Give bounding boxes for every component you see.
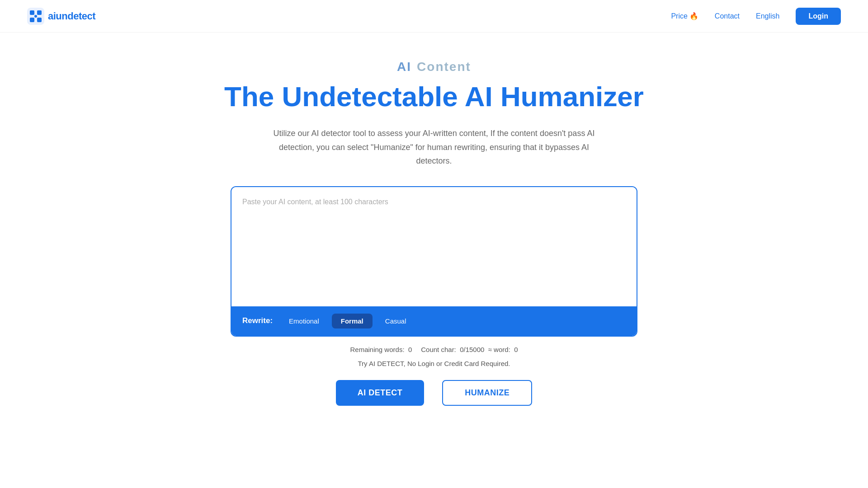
count-char-stat: Count char: 0/15000 ≈ word: 0 [421,346,518,353]
svg-rect-1 [30,10,34,15]
content-input[interactable] [231,187,637,305]
hero-subtitle: AI Content [397,60,471,74]
option-casual[interactable]: Casual [376,314,415,328]
svg-rect-4 [37,18,42,22]
hero-description: Utilize our AI detector tool to assess y… [271,127,597,168]
option-formal[interactable]: Formal [332,314,373,328]
nav-price-link[interactable]: Price 🔥 [671,12,698,20]
stats-row: Remaining words: 0 Count char: 0/15000 ≈… [350,346,518,353]
option-emotional[interactable]: Emotional [280,314,328,328]
logo-text: aiundetect [48,10,95,22]
editor-toolbar: Rewrite: Emotional Formal Casual [231,306,637,336]
subtitle-ai: AI [397,60,411,74]
ai-detect-button[interactable]: AI DETECT [336,380,425,406]
logo-icon [27,8,44,25]
fire-icon: 🔥 [689,12,698,20]
humanize-button[interactable]: HUMANIZE [442,380,532,406]
svg-point-5 [34,15,37,18]
nav-contact-link[interactable]: Contact [715,12,740,20]
nav-links: Price 🔥 Contact English Login [671,8,841,25]
svg-rect-3 [30,18,34,22]
editor-container: Rewrite: Emotional Formal Casual [231,186,637,337]
toolbar-options: Emotional Formal Casual [280,314,415,328]
remaining-words-stat: Remaining words: 0 [350,346,412,353]
editor-textarea-wrapper [231,187,637,306]
svg-rect-2 [37,10,42,15]
main-content: AI Content The Undetectable AI Humanizer… [0,33,868,406]
hero-title: The Undetectable AI Humanizer [224,81,644,112]
action-buttons: AI DETECT HUMANIZE [336,380,533,406]
navbar: aiundetect Price 🔥 Contact English Login [0,0,868,33]
toolbar-rewrite-label: Rewrite: [242,316,273,325]
logo[interactable]: aiundetect [27,8,95,25]
subtitle-content: Content [417,60,471,74]
try-notice: Try AI DETECT, No Login or Credit Card R… [358,360,510,367]
login-button[interactable]: Login [796,8,841,25]
nav-language-link[interactable]: English [756,12,779,20]
